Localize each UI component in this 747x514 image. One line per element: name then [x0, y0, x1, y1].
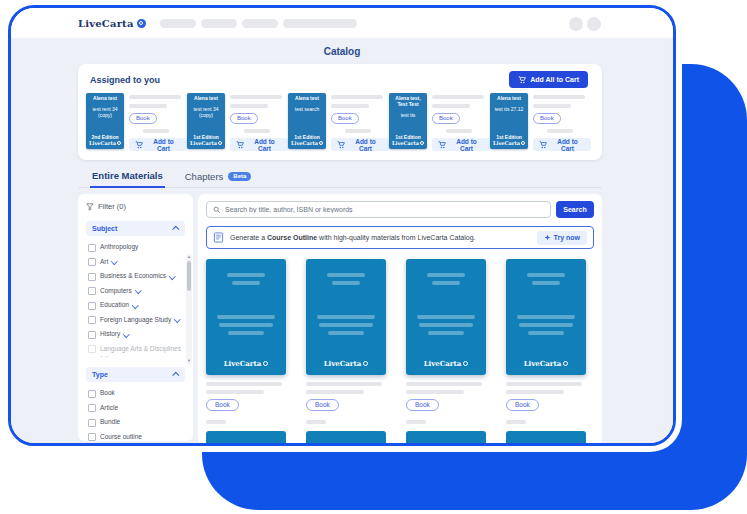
scroll-down-icon[interactable]: ▼	[187, 359, 191, 363]
book-cover[interactable]: LiveCarta	[506, 259, 586, 375]
add-to-cart-button[interactable]: Add to Cart	[331, 138, 389, 151]
cover-title: test tts 27.12	[495, 107, 524, 134]
text-placeholder	[230, 104, 268, 108]
assigned-book-cover[interactable]: Alena test test tts 27.12 1st Edition Li…	[490, 93, 528, 149]
window-body: Catalog Assigned to you Add All to Cart …	[11, 38, 673, 446]
livecarta-logo-icon	[363, 361, 368, 366]
assigned-book-cover[interactable]: Alena test, Test Test test tts 1st Editi…	[389, 93, 427, 149]
filter-sidebar: Filter (0) Subject Anthropology Art	[78, 194, 193, 441]
add-to-cart-button[interactable]: Add to Cart	[230, 138, 288, 151]
checkbox[interactable]	[88, 258, 96, 266]
filter-option-label: Course outline	[100, 433, 142, 441]
filter-option-label: Anthropology	[100, 243, 138, 251]
book-cover[interactable]: LiveCarta	[206, 259, 286, 375]
filter-section-title: Type	[92, 371, 108, 378]
chevron-down-icon	[169, 273, 175, 279]
try-now-label: Try now	[554, 234, 580, 241]
nav-item-placeholder[interactable]	[242, 19, 278, 28]
search-button[interactable]: Search	[556, 201, 594, 218]
chevron-down-icon	[123, 331, 129, 337]
cover-line	[419, 323, 473, 327]
livecarta-logo-icon	[563, 361, 568, 366]
add-all-to-cart-button[interactable]: Add All to Cart	[509, 71, 588, 88]
cover-line	[428, 331, 464, 335]
header-circle-placeholder[interactable]	[569, 17, 583, 31]
header-circle-placeholder[interactable]	[587, 17, 601, 31]
add-to-cart-button[interactable]: Add to Cart	[533, 138, 591, 151]
text-placeholder	[506, 382, 582, 386]
cover-line	[517, 315, 575, 319]
nav-item-placeholder[interactable]	[160, 19, 196, 28]
book-cover[interactable]: LiveCarta	[406, 259, 486, 375]
sparkle-icon	[544, 234, 551, 241]
try-now-button[interactable]: Try now	[537, 231, 587, 245]
cover-line	[424, 443, 468, 446]
book-cover-next-row[interactable]	[306, 431, 386, 446]
subject-list-scrollbar[interactable]: ▲ ▼	[186, 254, 192, 364]
assigned-item: Alena test test rent 34 (copy) 2nd Editi…	[86, 93, 184, 151]
book-type-badge: Book	[506, 399, 539, 411]
text-placeholder	[533, 104, 571, 108]
checkbox[interactable]	[88, 331, 96, 339]
chevron-down-icon	[174, 316, 180, 322]
tab-chapters[interactable]: Chapters Beta	[183, 166, 254, 187]
livecarta-logo-icon	[521, 141, 525, 145]
book-cover-next-row[interactable]	[406, 431, 486, 446]
add-to-cart-label: Add to Cart	[449, 138, 484, 152]
livecarta-logo[interactable]: LiveCarta	[78, 18, 146, 29]
filter-header[interactable]: Filter (0)	[86, 202, 185, 211]
checkbox[interactable]	[88, 287, 96, 295]
filter-section-header-subject[interactable]: Subject	[86, 221, 185, 236]
text-placeholder	[306, 420, 326, 424]
book-cover-next-row[interactable]	[206, 431, 286, 446]
scroll-up-icon[interactable]: ▲	[187, 255, 191, 259]
checkbox[interactable]	[88, 244, 96, 252]
assigned-book-cover[interactable]: Alena test test rent 34 (copy) 2nd Editi…	[86, 93, 124, 149]
funnel-icon	[86, 203, 94, 211]
cover-line	[228, 331, 264, 335]
course-outline-banner: Generate a Course Outline with high-qual…	[206, 226, 594, 249]
filter-option: Book	[88, 389, 183, 398]
add-to-cart-button[interactable]: Add to Cart	[432, 138, 490, 151]
cover-line	[217, 315, 275, 319]
filter-section-header-type[interactable]: Type	[86, 367, 185, 382]
checkbox[interactable]	[88, 302, 96, 310]
cover-author: Alena test	[295, 96, 319, 102]
assigned-book-cover[interactable]: Alena test test rent 34 (copy) 1st Editi…	[187, 93, 225, 149]
add-to-cart-label: Add to Cart	[146, 138, 181, 152]
checkbox[interactable]	[88, 316, 96, 324]
cover-author: Alena test	[93, 96, 117, 102]
assigned-item-details: Book Add to Cart	[432, 93, 487, 151]
filter-option-label: Language Arts & Disciplines	[100, 345, 183, 358]
checkbox[interactable]	[88, 404, 96, 412]
assigned-item: Alena test test search 1st Edition LiveC…	[288, 93, 386, 151]
book-meta: Book	[206, 375, 286, 424]
cover-line	[532, 281, 560, 285]
checkbox[interactable]	[88, 390, 96, 398]
nav-item-placeholder[interactable]	[283, 19, 357, 28]
filter-title-label: Filter (0)	[98, 202, 126, 211]
search-input[interactable]	[225, 206, 544, 213]
checkbox[interactable]	[88, 419, 96, 427]
assigned-book-cover[interactable]: Alena test test search 1st Edition LiveC…	[288, 93, 326, 149]
book-cover[interactable]: LiveCarta	[306, 259, 386, 375]
book-cover-next-row[interactable]	[506, 431, 586, 446]
add-to-cart-label: Add to Cart	[247, 138, 282, 152]
checkbox[interactable]	[88, 345, 96, 353]
add-to-cart-button[interactable]: Add to Cart	[129, 138, 187, 151]
banner-text: Generate a Course Outline with high-qual…	[230, 234, 476, 241]
text-placeholder	[406, 382, 482, 386]
assigned-item-details: Book Add to Cart	[230, 93, 285, 151]
chevron-down-icon	[101, 353, 107, 357]
checkbox[interactable]	[88, 433, 96, 441]
filter-option-label: Foreign Language Study	[100, 316, 180, 324]
nav-item-placeholder[interactable]	[201, 19, 237, 28]
tab-chapters-label: Chapters	[185, 171, 224, 182]
book-type-badge: Book	[406, 399, 439, 411]
checkbox[interactable]	[88, 273, 96, 281]
cover-author: Alena test, Test Test	[391, 96, 425, 108]
text-placeholder	[244, 129, 270, 133]
scrollbar-thumb[interactable]	[187, 261, 191, 291]
tab-entire-materials[interactable]: Entire Materials	[90, 166, 165, 188]
text-placeholder	[206, 390, 264, 394]
